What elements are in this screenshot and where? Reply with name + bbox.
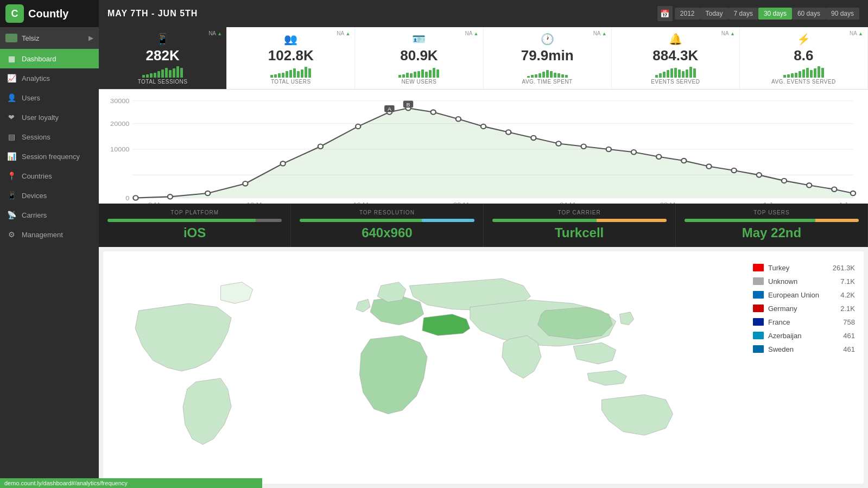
top-panel-value-top-carrier: Turkcell: [492, 225, 667, 240]
sidebar-item-countries[interactable]: 📍Countries: [0, 166, 99, 186]
world-map: [103, 251, 744, 484]
svg-text:1 Jun: 1 Jun: [763, 201, 780, 203]
svg-point-24: [481, 124, 486, 128]
stat-na-events-served: NA ▲: [721, 30, 735, 36]
date-btn-60-days[interactable]: 60 days: [792, 8, 826, 20]
svg-point-10: [168, 194, 173, 199]
country-count: 4.2K: [840, 291, 855, 299]
country-row[interactable]: Unknown7.1K: [753, 276, 855, 287]
mini-bar: [398, 75, 401, 78]
svg-point-23: [456, 117, 461, 121]
stat-card-total-sessions[interactable]: NA ▲📱282KTOTAL SESSIONS: [99, 27, 227, 89]
top-panel-bar-segment: [300, 219, 422, 222]
sidebar-item-management[interactable]: ⚙Management: [0, 225, 99, 244]
stat-card-events-served[interactable]: NA ▲🔔884.3KEVENTS SERVED: [612, 27, 740, 89]
country-row[interactable]: Turkey261.3K: [753, 262, 855, 274]
analytics-icon: 📈: [7, 73, 16, 83]
svg-point-29: [606, 147, 611, 151]
stat-card-new-users[interactable]: NA ▲🪪80.9KNEW USERS: [355, 27, 483, 89]
country-name: Azerbaijan: [768, 332, 801, 340]
flag-icon: [753, 332, 764, 339]
country-name: Unknown: [768, 277, 797, 286]
up-arrow-icon: ▲: [858, 31, 863, 36]
svg-point-30: [631, 150, 636, 154]
flag-icon: [753, 345, 764, 353]
mini-bars-total-users: [270, 66, 311, 78]
svg-point-13: [281, 161, 286, 166]
countries-icon: 📍: [7, 171, 16, 181]
date-btn-Today[interactable]: Today: [700, 8, 728, 20]
sidebar-item-carriers[interactable]: 📡Carriers: [0, 205, 99, 225]
svg-text:B: B: [407, 102, 410, 107]
country-count: 758: [843, 318, 855, 326]
date-btn-7-days[interactable]: 7 days: [728, 8, 758, 20]
country-row[interactable]: Sweden461: [753, 344, 855, 355]
stat-value-new-users: 80.9K: [400, 48, 438, 64]
stats-bar: NA ▲📱282KTOTAL SESSIONSNA ▲👥102.8KTOTAL …: [99, 27, 868, 90]
mini-bar: [414, 72, 416, 78]
stat-icon-avg-time: 🕐: [541, 33, 554, 46]
calendar-button[interactable]: 📅: [657, 6, 673, 21]
top-panel-bar-segment: [685, 219, 815, 222]
country-name: Germany: [768, 305, 797, 313]
sidebar-item-session-frequency[interactable]: 📊Session frequency: [0, 147, 99, 166]
date-btn-30-days[interactable]: 30 days: [758, 8, 792, 20]
country-row[interactable]: Germany2.1K: [753, 303, 855, 314]
sidebar-item-analytics[interactable]: 📈Analytics: [0, 68, 99, 88]
mini-bars-total-sessions: [142, 66, 183, 78]
app-selector[interactable]: Telsiz ▶: [0, 27, 99, 49]
stat-na-avg-time: NA ▲: [593, 30, 607, 36]
stat-card-avg-time[interactable]: NA ▲🕐79.9minAVG. TIME SPENT: [484, 27, 612, 89]
stat-card-total-users[interactable]: NA ▲👥102.8KTOTAL USERS: [227, 27, 355, 89]
mini-bar: [429, 70, 432, 78]
stat-icon-events-served: 🔔: [669, 33, 682, 46]
country-left: Germany: [753, 305, 797, 313]
top-panel-bar-segment: [815, 219, 859, 222]
mini-bar: [565, 75, 568, 78]
mini-bar: [289, 70, 292, 78]
country-row[interactable]: France758: [753, 316, 855, 328]
mini-bar: [531, 75, 534, 78]
svg-point-11: [205, 191, 210, 195]
country-row[interactable]: European Union4.2K: [753, 289, 855, 301]
status-url: demo.count.ly/dashboard#/analytics/frequ…: [4, 480, 128, 486]
svg-point-12: [243, 181, 248, 186]
svg-point-38: [832, 187, 837, 191]
mini-bar: [169, 70, 172, 78]
country-left: European Union: [753, 291, 819, 299]
sidebar-item-label: Analytics: [22, 74, 50, 83]
sidebar-item-users[interactable]: 👤Users: [0, 88, 99, 107]
top-panel-value-top-resolution: 640x960: [300, 225, 474, 240]
mini-bar: [173, 68, 175, 78]
mini-bar: [682, 71, 685, 78]
sidebar-item-devices[interactable]: 📱Devices: [0, 186, 99, 205]
session-frequency-icon: 📊: [7, 151, 16, 161]
svg-text:12 May: 12 May: [246, 201, 270, 203]
mini-bar: [663, 72, 666, 78]
top-panel-label-top-carrier: TOP CARRIER: [492, 210, 667, 216]
mini-bar: [146, 74, 149, 78]
mini-bar: [161, 69, 164, 78]
sidebar-item-user-loyalty[interactable]: ❤User loyalty: [0, 107, 99, 127]
country-row[interactable]: Azerbaijan461: [753, 330, 855, 341]
app-name: Telsiz: [22, 34, 40, 42]
svg-point-32: [681, 158, 686, 162]
top-panels: TOP PLATFORMiOSTOP RESOLUTION640x960TOP …: [99, 204, 868, 247]
top-panel-bar-segment: [422, 219, 474, 222]
sidebar-item-sessions[interactable]: ▤Sessions: [0, 127, 99, 147]
date-btn-2012[interactable]: 2012: [675, 8, 700, 20]
svg-point-14: [318, 144, 323, 148]
sidebar-item-label: Devices: [22, 192, 47, 200]
users-icon: 👤: [7, 93, 16, 103]
mini-bar: [791, 73, 794, 78]
svg-point-25: [506, 130, 511, 134]
logo-text: Countly: [28, 8, 68, 20]
date-btn-90-days[interactable]: 90 days: [826, 8, 859, 20]
sidebar-item-dashboard[interactable]: ▦Dashboard: [0, 49, 99, 68]
status-bar: demo.count.ly/dashboard#/analytics/frequ…: [0, 478, 262, 488]
mini-bar: [821, 68, 824, 78]
svg-text:10000: 10000: [110, 145, 130, 153]
stat-card-avg-events[interactable]: NA ▲⚡8.6AVG. EVENTS SERVED: [740, 27, 868, 89]
mini-bar: [527, 76, 530, 78]
flag-icon: [753, 318, 764, 326]
